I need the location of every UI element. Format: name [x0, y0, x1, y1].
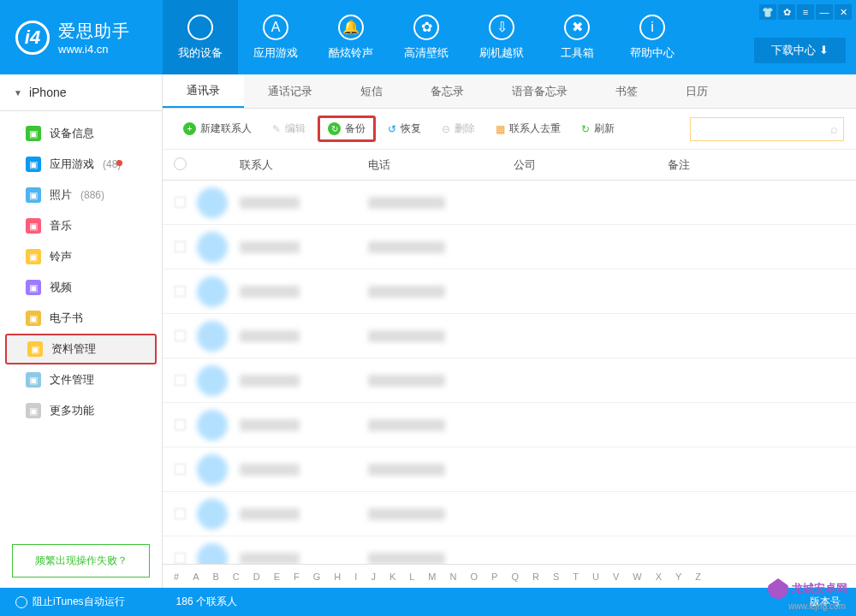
alpha-C[interactable]: C: [229, 570, 244, 583]
alpha-L[interactable]: L: [405, 570, 419, 583]
alpha-K[interactable]: K: [385, 570, 400, 583]
sub-tabs: 通讯录通话记录短信备忘录语音备忘录书签日历: [163, 74, 856, 109]
nav-tab-0[interactable]: 我的设备: [163, 0, 238, 74]
dedup-button[interactable]: ▦联系人去重: [487, 117, 569, 140]
avatar: [197, 321, 228, 352]
new-contact-button[interactable]: +新建联系人: [175, 117, 260, 140]
nav-tab-6[interactable]: i帮助中心: [615, 0, 690, 74]
nav-tab-5[interactable]: ✖工具箱: [539, 0, 615, 74]
table-row[interactable]: [163, 536, 856, 564]
alpha-I[interactable]: I: [350, 570, 361, 583]
edit-button[interactable]: ✎编辑: [264, 117, 314, 140]
table-row[interactable]: [163, 447, 856, 492]
select-all-checkbox[interactable]: [163, 157, 197, 173]
sub-tab-0[interactable]: 通讯录: [163, 74, 244, 108]
table-header: 联系人 电话 公司 备注: [163, 150, 856, 181]
alpha-D[interactable]: D: [249, 570, 265, 583]
search-icon[interactable]: ⌕: [830, 121, 838, 136]
alpha-index: #ABCDEFGHIJKLMNOPQRSTUVWXYZ: [163, 564, 856, 588]
sub-tab-5[interactable]: 书签: [591, 74, 662, 108]
table-row[interactable]: [163, 225, 856, 270]
alpha-N[interactable]: N: [446, 570, 461, 583]
logo-subtitle: www.i4.cn: [58, 43, 130, 56]
alpha-#[interactable]: #: [169, 570, 183, 583]
sidebar-item-1[interactable]: ▣应用游戏(48): [5, 149, 157, 180]
close-button[interactable]: ✕: [835, 4, 852, 20]
table-row[interactable]: [163, 270, 856, 314]
refresh-button[interactable]: ↻刷新: [573, 117, 623, 140]
nav-icon: A: [263, 15, 288, 40]
sub-tab-4[interactable]: 语音备忘录: [488, 74, 591, 108]
sub-tab-6[interactable]: 日历: [662, 74, 732, 108]
content-area: 通讯录通话记录短信备忘录语音备忘录书签日历 +新建联系人 ✎编辑 ↻备份 ↺恢复…: [163, 74, 856, 588]
help-button[interactable]: 频繁出现操作失败？: [12, 544, 150, 578]
table-row[interactable]: [163, 314, 856, 358]
sidebar-item-5[interactable]: ▣视频: [5, 272, 157, 303]
sidebar: ▼ iPhone ▣设备信息▣应用游戏(48)▣照片(886)▣音乐▣铃声▣视频…: [0, 74, 163, 588]
backup-icon: ↻: [328, 122, 341, 135]
sub-tab-1[interactable]: 通话记录: [244, 74, 336, 108]
alpha-X[interactable]: X: [651, 570, 666, 583]
table-row[interactable]: [163, 358, 856, 403]
alpha-W[interactable]: W: [628, 570, 645, 583]
alpha-Q[interactable]: Q: [507, 570, 523, 583]
logo-title: 爱思助手: [58, 20, 130, 43]
sidebar-item-4[interactable]: ▣铃声: [5, 241, 157, 272]
sub-tab-3[interactable]: 备忘录: [407, 74, 488, 108]
minimize-button[interactable]: —: [816, 4, 833, 20]
alpha-F[interactable]: F: [289, 570, 304, 583]
alpha-U[interactable]: U: [588, 570, 603, 583]
nav-tab-2[interactable]: 🔔酷炫铃声: [313, 0, 389, 74]
alpha-Z[interactable]: Z: [691, 570, 705, 583]
avatar: [197, 410, 228, 441]
nav-tab-1[interactable]: A应用游戏: [238, 0, 313, 74]
settings-icon[interactable]: ✿: [778, 4, 795, 20]
table-row[interactable]: [163, 492, 856, 536]
itunes-toggle[interactable]: 阻止iTunes自动运行: [15, 595, 125, 609]
menu-icon[interactable]: ≡: [797, 4, 814, 20]
device-selector[interactable]: ▼ iPhone: [0, 74, 162, 111]
alpha-P[interactable]: P: [487, 570, 502, 583]
alpha-T[interactable]: T: [568, 570, 583, 583]
alpha-Y[interactable]: Y: [671, 570, 686, 583]
search-box[interactable]: ⌕: [690, 117, 844, 141]
avatar: [197, 454, 228, 485]
nav-tab-3[interactable]: ✿高清壁纸: [389, 0, 464, 74]
alpha-R[interactable]: R: [528, 570, 544, 583]
sidebar-item-0[interactable]: ▣设备信息: [5, 118, 157, 149]
alpha-E[interactable]: E: [270, 570, 284, 583]
restore-button[interactable]: ↺恢复: [379, 117, 430, 140]
avatar: [197, 276, 228, 307]
search-input[interactable]: [696, 123, 830, 135]
nav-icon: ⇩: [489, 15, 514, 40]
sidebar-item-7[interactable]: ▣资料管理: [5, 334, 157, 364]
alpha-G[interactable]: G: [309, 570, 325, 583]
status-bar: 阻止iTunes自动运行 186 个联系人 版本号: [0, 588, 856, 616]
sidebar-item-6[interactable]: ▣电子书: [5, 303, 157, 334]
sidebar-item-9[interactable]: ▣更多功能: [5, 395, 157, 426]
nav-icon: ✿: [413, 15, 439, 40]
col-contact: 联系人: [197, 157, 368, 173]
delete-button[interactable]: ⊖删除: [433, 117, 484, 140]
nav-icon: 🔔: [338, 15, 364, 40]
alpha-B[interactable]: B: [208, 570, 223, 583]
alpha-V[interactable]: V: [609, 570, 623, 583]
edit-icon: ✎: [272, 123, 281, 135]
sidebar-item-2[interactable]: ▣照片(886): [5, 180, 157, 210]
download-center-button[interactable]: 下载中心 ⬇: [754, 38, 846, 63]
alpha-H[interactable]: H: [330, 570, 345, 583]
sidebar-item-3[interactable]: ▣音乐: [5, 210, 157, 241]
sidebar-item-8[interactable]: ▣文件管理: [5, 364, 157, 395]
table-row[interactable]: [163, 403, 856, 447]
alpha-M[interactable]: M: [424, 570, 440, 583]
alpha-S[interactable]: S: [549, 570, 563, 583]
dedup-icon: ▦: [496, 123, 505, 135]
table-row[interactable]: [163, 181, 856, 225]
alpha-J[interactable]: J: [366, 570, 380, 583]
shirt-icon[interactable]: 👕: [759, 4, 776, 20]
backup-button[interactable]: ↻备份: [318, 116, 376, 142]
alpha-O[interactable]: O: [466, 570, 482, 583]
nav-tab-4[interactable]: ⇩刷机越狱: [464, 0, 539, 74]
sub-tab-2[interactable]: 短信: [336, 74, 407, 108]
alpha-A[interactable]: A: [188, 570, 203, 583]
